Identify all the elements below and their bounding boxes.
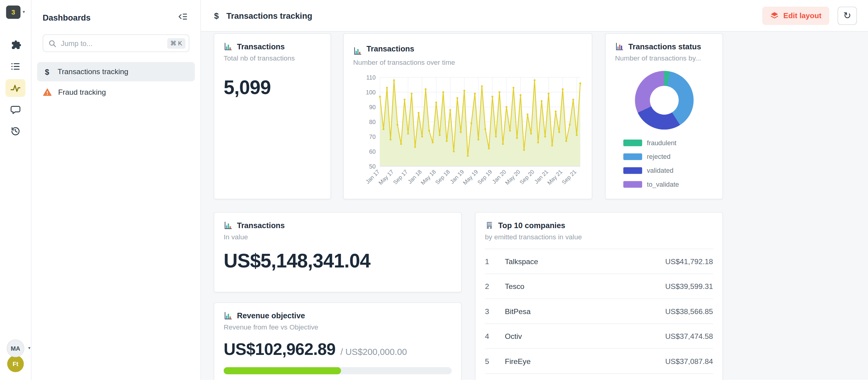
dashboards-sidebar: Dashboards Jump to... ⌘ K $ Transactions… [31,0,201,380]
bar-chart-icon [223,42,232,51]
collections-list-icon[interactable] [5,57,25,75]
svg-text:Sep 21: Sep 21 [560,169,577,185]
search-shortcut-badge: ⌘ K [167,38,185,49]
card-subtitle: In value [223,233,452,241]
nav-rail: 3 ▾ MA ▾ Ft [0,0,31,380]
row-rank: 1 [485,257,505,265]
dollar-icon: $ [212,11,221,20]
user-avatar[interactable]: MA [7,340,25,357]
revenue-target: / US$200,000.00 [341,347,407,357]
row-rank: 4 [485,332,505,340]
card-transactions-status: Transactions status Number of transactio… [605,33,723,199]
row-company-name: BitPesa [505,307,665,315]
bar-chart-icon [615,42,624,51]
legend-item-validated[interactable]: validated [623,167,705,175]
row-company-name: Tesco [505,282,665,290]
row-company-name: Octiv [505,332,665,340]
page-header: $ Transactions tracking Edit layout ↻ [201,0,868,31]
workspace-caret-icon[interactable]: ▾ [23,10,25,14]
legend-item-rejected[interactable]: rejected [623,153,705,160]
sidebar-item-fraud-tracking[interactable]: Fraud tracking [37,83,195,102]
dashboard-list: $ Transactions tracking Fraud tracking [31,62,200,102]
table-row[interactable]: 2 Tesco US$39,599.31 [485,274,713,299]
dashboard-canvas: Transactions Total nb of transactions 5,… [201,31,868,380]
svg-text:70: 70 [369,134,376,140]
svg-text:Sep 18: Sep 18 [434,169,451,185]
sidebar-item-label: Fraud tracking [58,88,106,96]
card-subtitle: by emitted transactions in value [485,233,713,241]
rail-nav [5,32,25,144]
dashboards-activity-icon[interactable] [5,79,25,97]
legend-item-to_validate[interactable]: to_validate [623,181,705,188]
search-input[interactable]: Jump to... ⌘ K [43,34,189,52]
card-title: Transactions [237,42,285,51]
edit-layout-label: Edit layout [783,11,822,20]
svg-text:50: 50 [369,163,376,170]
legend-swatch [623,167,642,174]
table-row[interactable]: 4 Octiv US$37,474.58 [485,324,713,349]
row-amount: US$37,087.84 [665,357,713,365]
svg-text:110: 110 [366,74,376,81]
environment-badge[interactable]: Ft [6,354,25,373]
table-row[interactable]: 5 FireEye US$37,087.84 [485,349,713,374]
sidebar-title: Dashboards [43,13,91,22]
row-amount: US$41,792.18 [665,257,713,265]
status-donut-chart [635,71,693,129]
collapse-sidebar-icon[interactable] [176,10,189,25]
legend-swatch [623,181,642,188]
revenue-value: US$102,962.89 [223,340,335,359]
metric-value: 5,099 [223,77,321,99]
workspace-logo[interactable]: 3 [6,5,21,19]
svg-text:90: 90 [369,104,376,111]
sidebar-item-transactions-tracking[interactable]: $ Transactions tracking [37,62,195,81]
donut-hole [650,86,678,115]
edit-layout-button[interactable]: Edit layout [762,6,829,25]
row-company-name: Talkspace [505,257,665,265]
legend-item-fraudulent[interactable]: fraudulent [623,139,705,147]
top-companies-table: 1 Talkspace US$41,792.18 2 Tesco US$39,5… [485,249,713,374]
card-transactions-total: Transactions Total nb of transactions 5,… [214,33,331,199]
row-amount: US$37,474.58 [665,332,713,340]
card-title: Top 10 companies [498,221,565,230]
main-area: $ Transactions tracking Edit layout ↻ Tr… [201,0,868,380]
donut-legend: fraudulentrejectedvalidatedto_validate [623,139,705,188]
revenue-progress-fill [223,367,341,375]
card-top-companies: Top 10 companies by emitted transactions… [475,212,723,380]
refresh-button[interactable]: ↻ [837,6,857,25]
svg-text:May 17: May 17 [377,169,395,186]
svg-text:80: 80 [369,119,376,125]
integrations-puzzle-icon[interactable] [5,36,25,54]
legend-label: rejected [647,153,671,160]
search-icon [48,39,56,47]
warning-icon [43,87,52,97]
card-subtitle: Number of transactions by... [615,54,713,62]
table-row[interactable]: 1 Talkspace US$41,792.18 [485,249,713,274]
svg-text:Sep 19: Sep 19 [476,169,493,185]
sidebar-item-label: Transactions tracking [58,67,128,76]
row-rank: 3 [485,307,505,315]
row-rank: 5 [485,357,505,365]
app-window: 3 ▾ MA ▾ Ft [0,0,868,380]
card-transactions-over-time: Transactions Number of transactions over… [343,33,592,199]
row-amount: US$39,599.31 [665,282,713,290]
activity-history-icon[interactable] [5,122,25,140]
revenue-progress-track [223,367,452,375]
user-menu-caret-icon[interactable]: ▾ [28,346,30,351]
legend-swatch [623,153,642,160]
legend-swatch [623,140,642,146]
legend-label: validated [647,167,674,175]
svg-text:May 19: May 19 [462,169,479,186]
card-title: Transactions status [628,42,701,51]
card-title: Revenue objective [237,311,305,320]
card-title: Transactions [237,221,285,230]
row-amount: US$38,566.85 [665,307,713,315]
table-row[interactable]: 3 BitPesa US$38,566.85 [485,299,713,324]
card-transactions-value: Transactions In value US$5,148,341.04 [214,212,462,292]
building-icon [485,221,494,230]
svg-text:100: 100 [366,89,376,96]
legend-label: fraudulent [647,139,677,147]
messages-chat-icon[interactable] [5,101,25,119]
bar-chart-icon [353,47,362,55]
dollar-icon: $ [43,67,52,76]
card-subtitle: Number of transactions over time [353,59,583,66]
